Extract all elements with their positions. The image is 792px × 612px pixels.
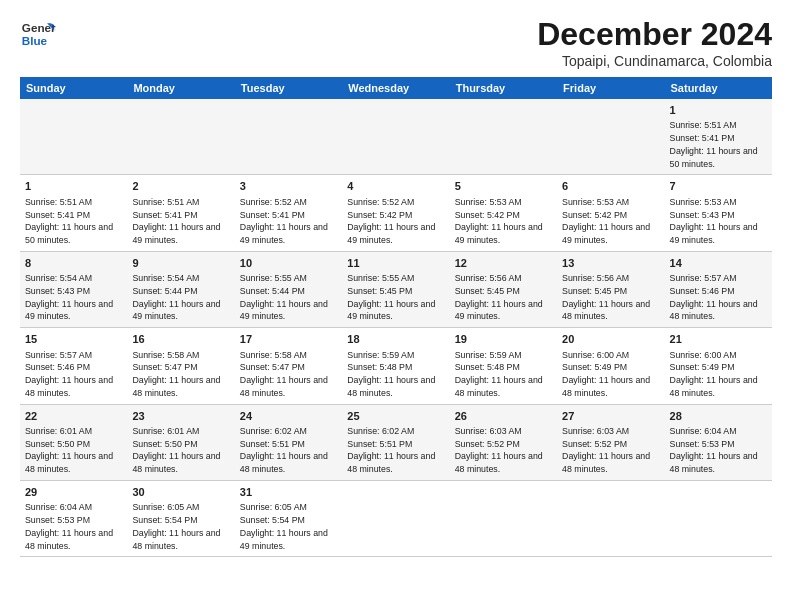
table-row: 16Sunrise: 5:58 AMSunset: 5:47 PMDayligh…: [127, 328, 234, 404]
table-row: 17Sunrise: 5:58 AMSunset: 5:47 PMDayligh…: [235, 328, 342, 404]
day-info: Sunrise: 5:59 AMSunset: 5:48 PMDaylight:…: [347, 350, 435, 398]
day-info: Sunrise: 6:02 AMSunset: 5:51 PMDaylight:…: [240, 426, 328, 474]
table-row: 3Sunrise: 5:52 AMSunset: 5:41 PMDaylight…: [235, 175, 342, 251]
table-row: [20, 99, 127, 175]
col-thursday: Thursday: [450, 77, 557, 99]
day-info: Sunrise: 5:57 AMSunset: 5:46 PMDaylight:…: [670, 273, 758, 321]
day-number: 26: [455, 409, 552, 424]
day-number: 11: [347, 256, 444, 271]
day-number: 19: [455, 332, 552, 347]
day-info: Sunrise: 6:02 AMSunset: 5:51 PMDaylight:…: [347, 426, 435, 474]
table-row: [557, 480, 664, 556]
page-subtitle: Topaipi, Cundinamarca, Colombia: [537, 53, 772, 69]
day-number: 16: [132, 332, 229, 347]
day-info: Sunrise: 5:59 AMSunset: 5:48 PMDaylight:…: [455, 350, 543, 398]
table-row: 13Sunrise: 5:56 AMSunset: 5:45 PMDayligh…: [557, 251, 664, 327]
day-number: 14: [670, 256, 767, 271]
table-row: 7Sunrise: 5:53 AMSunset: 5:43 PMDaylight…: [665, 175, 772, 251]
table-row: 14Sunrise: 5:57 AMSunset: 5:46 PMDayligh…: [665, 251, 772, 327]
col-friday: Friday: [557, 77, 664, 99]
day-number: 29: [25, 485, 122, 500]
day-number: 28: [670, 409, 767, 424]
day-info: Sunrise: 5:55 AMSunset: 5:44 PMDaylight:…: [240, 273, 328, 321]
page: General Blue December 2024 Topaipi, Cund…: [0, 0, 792, 612]
table-row: 26Sunrise: 6:03 AMSunset: 5:52 PMDayligh…: [450, 404, 557, 480]
day-number: 4: [347, 179, 444, 194]
day-number: 30: [132, 485, 229, 500]
day-number: 27: [562, 409, 659, 424]
table-row: 2Sunrise: 5:51 AMSunset: 5:41 PMDaylight…: [127, 175, 234, 251]
svg-text:Blue: Blue: [22, 34, 48, 47]
col-sunday: Sunday: [20, 77, 127, 99]
table-row: 1Sunrise: 5:51 AMSunset: 5:41 PMDaylight…: [20, 175, 127, 251]
day-number: 10: [240, 256, 337, 271]
table-row: 11Sunrise: 5:55 AMSunset: 5:45 PMDayligh…: [342, 251, 449, 327]
day-info: Sunrise: 6:00 AMSunset: 5:49 PMDaylight:…: [562, 350, 650, 398]
table-row: 23Sunrise: 6:01 AMSunset: 5:50 PMDayligh…: [127, 404, 234, 480]
day-info: Sunrise: 6:03 AMSunset: 5:52 PMDaylight:…: [455, 426, 543, 474]
day-info: Sunrise: 5:54 AMSunset: 5:44 PMDaylight:…: [132, 273, 220, 321]
calendar-table: Sunday Monday Tuesday Wednesday Thursday…: [20, 77, 772, 557]
day-number: 17: [240, 332, 337, 347]
day-number: 23: [132, 409, 229, 424]
table-row: [127, 99, 234, 175]
table-row: 8Sunrise: 5:54 AMSunset: 5:43 PMDaylight…: [20, 251, 127, 327]
day-number: 12: [455, 256, 552, 271]
day-info: Sunrise: 5:53 AMSunset: 5:43 PMDaylight:…: [670, 197, 758, 245]
col-tuesday: Tuesday: [235, 77, 342, 99]
day-number: 31: [240, 485, 337, 500]
table-row: [450, 480, 557, 556]
day-info: Sunrise: 5:58 AMSunset: 5:47 PMDaylight:…: [240, 350, 328, 398]
table-row: 1Sunrise: 5:51 AMSunset: 5:41 PMDaylight…: [665, 99, 772, 175]
day-number: 7: [670, 179, 767, 194]
logo-icon: General Blue: [20, 16, 56, 52]
day-info: Sunrise: 6:05 AMSunset: 5:54 PMDaylight:…: [132, 502, 220, 550]
day-number: 18: [347, 332, 444, 347]
svg-text:General: General: [22, 21, 56, 34]
table-row: [665, 480, 772, 556]
table-row: [235, 99, 342, 175]
col-wednesday: Wednesday: [342, 77, 449, 99]
day-number: 1: [25, 179, 122, 194]
day-info: Sunrise: 5:56 AMSunset: 5:45 PMDaylight:…: [455, 273, 543, 321]
page-title: December 2024: [537, 16, 772, 53]
day-number: 9: [132, 256, 229, 271]
table-row: 24Sunrise: 6:02 AMSunset: 5:51 PMDayligh…: [235, 404, 342, 480]
day-number: 3: [240, 179, 337, 194]
table-row: [557, 99, 664, 175]
table-row: 21Sunrise: 6:00 AMSunset: 5:49 PMDayligh…: [665, 328, 772, 404]
day-info: Sunrise: 5:51 AMSunset: 5:41 PMDaylight:…: [132, 197, 220, 245]
table-row: 25Sunrise: 6:02 AMSunset: 5:51 PMDayligh…: [342, 404, 449, 480]
table-row: 5Sunrise: 5:53 AMSunset: 5:42 PMDaylight…: [450, 175, 557, 251]
table-row: 22Sunrise: 6:01 AMSunset: 5:50 PMDayligh…: [20, 404, 127, 480]
day-info: Sunrise: 5:58 AMSunset: 5:47 PMDaylight:…: [132, 350, 220, 398]
table-row: 27Sunrise: 6:03 AMSunset: 5:52 PMDayligh…: [557, 404, 664, 480]
table-row: [342, 99, 449, 175]
day-info: Sunrise: 5:52 AMSunset: 5:42 PMDaylight:…: [347, 197, 435, 245]
table-row: 19Sunrise: 5:59 AMSunset: 5:48 PMDayligh…: [450, 328, 557, 404]
day-number: 2: [132, 179, 229, 194]
day-number: 1: [670, 103, 767, 118]
day-number: 20: [562, 332, 659, 347]
calendar-header: Sunday Monday Tuesday Wednesday Thursday…: [20, 77, 772, 99]
day-number: 13: [562, 256, 659, 271]
table-row: 12Sunrise: 5:56 AMSunset: 5:45 PMDayligh…: [450, 251, 557, 327]
calendar-body: 1Sunrise: 5:51 AMSunset: 5:41 PMDaylight…: [20, 99, 772, 557]
day-info: Sunrise: 5:51 AMSunset: 5:41 PMDaylight:…: [670, 120, 758, 168]
day-info: Sunrise: 6:00 AMSunset: 5:49 PMDaylight:…: [670, 350, 758, 398]
day-info: Sunrise: 5:54 AMSunset: 5:43 PMDaylight:…: [25, 273, 113, 321]
table-row: 4Sunrise: 5:52 AMSunset: 5:42 PMDaylight…: [342, 175, 449, 251]
day-number: 5: [455, 179, 552, 194]
table-row: [342, 480, 449, 556]
day-info: Sunrise: 5:53 AMSunset: 5:42 PMDaylight:…: [455, 197, 543, 245]
day-info: Sunrise: 6:03 AMSunset: 5:52 PMDaylight:…: [562, 426, 650, 474]
col-saturday: Saturday: [665, 77, 772, 99]
table-row: 10Sunrise: 5:55 AMSunset: 5:44 PMDayligh…: [235, 251, 342, 327]
table-row: 15Sunrise: 5:57 AMSunset: 5:46 PMDayligh…: [20, 328, 127, 404]
day-number: 6: [562, 179, 659, 194]
day-info: Sunrise: 5:57 AMSunset: 5:46 PMDaylight:…: [25, 350, 113, 398]
logo: General Blue: [20, 16, 56, 52]
day-info: Sunrise: 6:01 AMSunset: 5:50 PMDaylight:…: [132, 426, 220, 474]
table-row: 18Sunrise: 5:59 AMSunset: 5:48 PMDayligh…: [342, 328, 449, 404]
table-row: 6Sunrise: 5:53 AMSunset: 5:42 PMDaylight…: [557, 175, 664, 251]
